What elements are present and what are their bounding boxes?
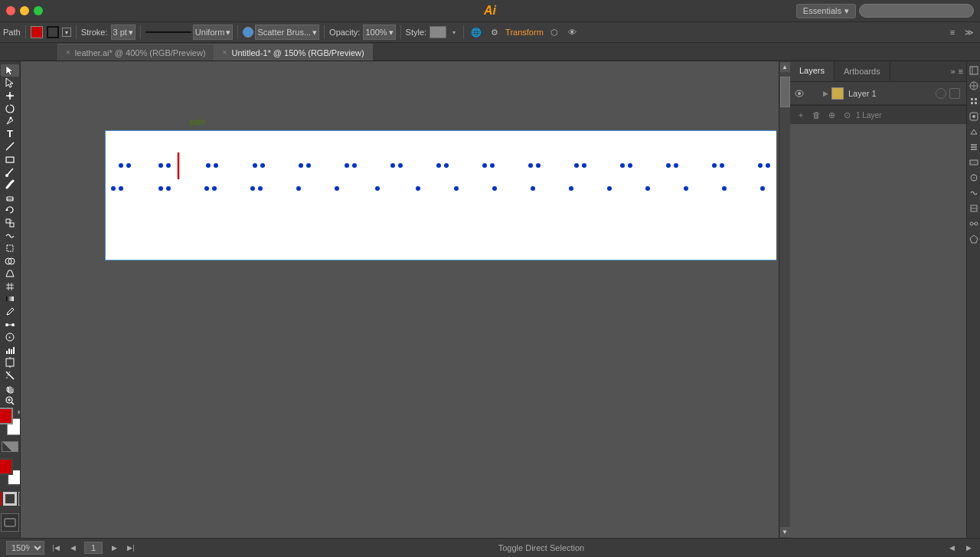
style-dropdown-icon[interactable]: ▾ — [449, 28, 459, 37]
search-box[interactable] — [859, 4, 974, 18]
svg-point-26 — [5, 323, 8, 326]
visibility-options-icon[interactable]: 👁 — [565, 25, 580, 40]
eyedropper-tool[interactable] — [1, 306, 19, 318]
style-swatch[interactable] — [430, 26, 446, 38]
right-icon-9[interactable] — [968, 187, 980, 199]
stroke-indicator[interactable] — [3, 492, 17, 506]
fill-options-btn[interactable]: ▾ — [62, 28, 71, 37]
add-layer-btn[interactable]: + — [795, 109, 807, 121]
scroll-up-btn[interactable]: ▲ — [779, 61, 791, 73]
blend-tool[interactable] — [1, 319, 19, 331]
maximize-button[interactable] — [34, 6, 43, 15]
scroll-track[interactable] — [779, 73, 790, 526]
layer-expand-arrow[interactable]: ▶ — [821, 89, 830, 98]
transform-options-icon[interactable]: ⬡ — [547, 25, 562, 40]
artboard-tool[interactable] — [1, 357, 19, 369]
right-icon-8[interactable] — [968, 172, 980, 184]
right-icon-7[interactable] — [968, 156, 980, 169]
right-icon-10[interactable] — [968, 202, 980, 215]
eraser-tool[interactable] — [1, 192, 19, 204]
fill-color-indicator[interactable] — [0, 492, 2, 506]
shape-builder-tool[interactable] — [1, 255, 19, 267]
gradient-fill-btn[interactable] — [2, 441, 18, 452]
layer-target-btn[interactable] — [936, 88, 946, 99]
panel-toggle-icon[interactable]: ≡ — [945, 25, 960, 40]
foreground-color-box[interactable] — [0, 408, 13, 424]
tab-untitled[interactable]: × Untitled-1* @ 150% (RGB/Preview) — [214, 44, 373, 61]
blob-brush-tool[interactable] — [1, 179, 19, 191]
opacity-select[interactable]: 100% ▾ — [363, 25, 395, 40]
canvas-area[interactable]: path ▲ ▼ — [21, 61, 790, 538]
panel-menu-icon[interactable]: ≡ — [959, 67, 963, 76]
transform-label[interactable]: Transform — [505, 28, 544, 37]
rectangle-tool[interactable] — [1, 153, 19, 165]
selection-tool[interactable] — [1, 64, 19, 77]
type-tool[interactable]: T — [1, 128, 19, 140]
line-tool[interactable] — [1, 141, 19, 153]
make-clipping-mask-btn[interactable]: ⊕ — [825, 109, 838, 121]
hand-tool[interactable] — [1, 382, 19, 395]
vertical-scrollbar[interactable]: ▲ ▼ — [779, 61, 790, 538]
paintbrush-tool[interactable] — [1, 166, 19, 179]
collect-in-layer-btn[interactable]: ⊙ — [841, 109, 853, 121]
free-transform-tool[interactable] — [1, 242, 19, 254]
lasso-tool[interactable] — [1, 103, 19, 115]
right-icon-5[interactable] — [968, 126, 980, 138]
gradient-tool[interactable] — [1, 293, 19, 306]
symbol-tool[interactable]: * — [1, 331, 19, 343]
stroke-type-select[interactable]: Uniform ▾ — [193, 25, 234, 40]
layer-lock-toggle[interactable] — [807, 87, 819, 100]
warp-tool[interactable] — [1, 230, 19, 242]
scale-tool[interactable] — [1, 217, 19, 229]
minimize-button[interactable] — [20, 6, 29, 15]
brush-select[interactable]: Scatter Brus... ▾ — [255, 25, 319, 40]
right-icon-1[interactable] — [968, 64, 980, 77]
delete-layer-btn[interactable]: 🗑 — [810, 109, 822, 121]
right-icon-12[interactable] — [968, 233, 980, 245]
status-text: Toggle Direct Selection — [142, 543, 940, 552]
nav-first[interactable]: |◀ — [51, 542, 61, 553]
artboard-next-btn[interactable]: ▶ — [963, 542, 974, 553]
right-icon-3[interactable] — [968, 95, 980, 107]
magic-wand-tool[interactable] — [1, 90, 19, 102]
scroll-thumb[interactable] — [780, 77, 790, 107]
globe-icon[interactable]: 🌐 — [469, 25, 484, 40]
zoom-tool[interactable] — [1, 395, 19, 407]
right-icon-4[interactable] — [968, 110, 980, 123]
graph-tool[interactable] — [1, 344, 19, 356]
artboard-prev-btn[interactable]: ◀ — [946, 542, 957, 553]
pen-tool[interactable] — [1, 115, 19, 127]
nav-last[interactable]: ▶| — [126, 542, 136, 553]
fill-color-swatch[interactable] — [31, 26, 43, 38]
scroll-down-btn[interactable]: ▼ — [779, 526, 791, 538]
settings-icon[interactable]: ⚙ — [487, 25, 502, 40]
panel-toggle-icon2[interactable]: ≫ — [962, 25, 977, 40]
right-icon-11[interactable] — [968, 218, 980, 230]
layer-lock-btn[interactable] — [949, 88, 960, 99]
nav-prev[interactable]: ◀ — [67, 542, 78, 553]
artboards-tab[interactable]: Artboards — [835, 62, 890, 80]
zoom-select[interactable]: 150% — [6, 541, 44, 555]
close-button[interactable] — [6, 6, 15, 15]
tab-close-leather[interactable]: × — [66, 48, 70, 57]
svg-point-64 — [536, 163, 541, 168]
right-icon-6[interactable] — [968, 141, 980, 153]
rotate-tool[interactable] — [1, 205, 19, 217]
layer-visibility-toggle[interactable] — [793, 87, 805, 100]
right-icon-2[interactable] — [968, 80, 980, 92]
stroke-red-box[interactable] — [0, 458, 13, 475]
panel-expand-icon[interactable]: » — [950, 67, 955, 76]
direct-selection-tool[interactable] — [1, 77, 19, 90]
perspective-tool[interactable] — [1, 268, 19, 280]
nav-next[interactable]: ▶ — [109, 542, 119, 553]
tab-leather[interactable]: × leather.ai* @ 400% (RGB/Preview) — [57, 44, 214, 61]
stroke-color-swatch[interactable] — [47, 26, 59, 38]
tab-close-untitled[interactable]: × — [223, 48, 227, 57]
stroke-value-select[interactable]: 3 pt ▾ — [111, 25, 136, 40]
slice-tool[interactable] — [1, 369, 19, 382]
page-input[interactable] — [84, 542, 103, 554]
screen-mode-btn[interactable] — [1, 513, 19, 532]
mesh-tool[interactable] — [1, 280, 19, 293]
layers-tab[interactable]: Layers — [790, 61, 835, 81]
workspace-selector[interactable]: Essentials ▾ — [796, 4, 856, 18]
